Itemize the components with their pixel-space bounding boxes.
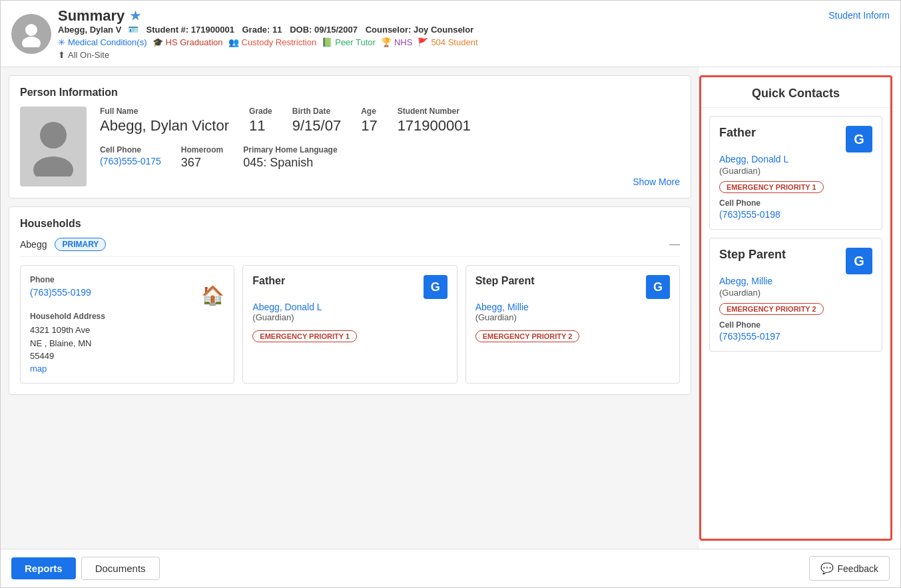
svg-point-0 xyxy=(25,24,37,36)
content-area: Person Information Full Name Abegg, Dyla… xyxy=(1,67,900,549)
birth-date-label: Birth Date xyxy=(292,107,341,116)
qc-stepparent-avatar: G xyxy=(846,248,872,274)
primary-language-value: 045: Spanish xyxy=(243,156,337,170)
stepparent-guardian: (Guardian) xyxy=(475,312,670,322)
svg-point-3 xyxy=(33,156,73,176)
badge-peer[interactable]: 📗 Peer Tutor xyxy=(322,37,376,47)
badge-nhs[interactable]: 🏆 NHS xyxy=(381,37,412,47)
full-name-field: Full Name Abegg, Dylan Victor xyxy=(100,107,229,135)
address-label: Household Address xyxy=(30,312,224,321)
svg-point-2 xyxy=(40,122,67,148)
documents-button[interactable]: Documents xyxy=(81,557,160,580)
qc-father-role: Father xyxy=(719,126,756,140)
student-number-field: Student Number 171900001 xyxy=(398,107,471,135)
qc-stepparent-phone-label: Cell Phone xyxy=(719,320,872,330)
qc-stepparent-priority: EMERGENCY PRIORITY 2 xyxy=(719,303,824,315)
student-name[interactable]: Abegg, Dylan V xyxy=(58,25,121,35)
primary-language-label: Primary Home Language xyxy=(243,145,337,154)
badge-onsite-label: All On-Site xyxy=(68,50,109,60)
qc-father-priority: EMERGENCY PRIORITY 1 xyxy=(719,181,824,193)
stepparent-priority-badge: EMERGENCY PRIORITY 2 xyxy=(475,330,580,342)
qc-stepparent-header: Step Parent G xyxy=(719,248,872,274)
homeroom-label: Homeroom xyxy=(181,145,223,154)
father-name[interactable]: Abegg, Donald L xyxy=(252,302,447,312)
primary-language-field: Primary Home Language 045: Spanish xyxy=(243,145,337,170)
qc-stepparent-card: Step Parent G Abegg, Millie (Guardian) E… xyxy=(709,238,882,352)
person-info-content: Full Name Abegg, Dylan Victor Grade 11 B… xyxy=(20,107,680,187)
homeroom-field: Homeroom 367 xyxy=(181,145,223,170)
stepparent-role: Step Parent xyxy=(475,275,535,287)
qc-father-name[interactable]: Abegg, Donald L xyxy=(719,154,872,164)
households-title: Households xyxy=(20,218,680,230)
badge-504[interactable]: 🚩 504 Student xyxy=(418,37,477,47)
student-number-label-pi: Student Number xyxy=(398,107,471,116)
footer: Reports Documents 💬 Feedback xyxy=(1,549,900,587)
person-information-section: Person Information Full Name Abegg, Dyla… xyxy=(9,75,691,198)
quick-contacts-title: Quick Contacts xyxy=(701,77,890,108)
birth-date-field: Birth Date 9/15/07 xyxy=(292,107,341,135)
grade-label: Grade: xyxy=(242,25,270,35)
household-stepparent-card: Step Parent G Abegg, Millie (Guardian) E… xyxy=(465,265,680,384)
cell-phone-field: Cell Phone (763)555-0175 xyxy=(100,145,161,170)
badge-medical-label: Medical Condition(s) xyxy=(68,37,147,47)
father-card-header: Father G xyxy=(252,275,447,299)
qc-stepparent-phone[interactable]: (763)555-0197 xyxy=(719,331,872,342)
person-information-title: Person Information xyxy=(20,87,680,99)
map-link[interactable]: map xyxy=(30,364,47,374)
address-line2: NE , Blaine, MN xyxy=(30,338,91,348)
show-more-container: Show More xyxy=(100,176,680,187)
star-icon[interactable]: ★ xyxy=(130,9,141,23)
badge-peer-label: Peer Tutor xyxy=(335,37,376,47)
qc-stepparent-name[interactable]: Abegg, Millie xyxy=(719,276,872,286)
person-details: Full Name Abegg, Dylan Victor Grade 11 B… xyxy=(100,107,680,187)
grade-field: Grade 11 xyxy=(249,107,272,135)
badge-graduation[interactable]: 🎓 HS Graduation xyxy=(152,37,223,47)
person-avatar xyxy=(20,107,87,186)
dob-label: DOB: xyxy=(290,25,312,35)
feedback-icon: 💬 xyxy=(820,562,834,575)
qc-father-guardian: (Guardian) xyxy=(719,166,872,176)
feedback-button[interactable]: 💬 Feedback xyxy=(809,556,890,581)
qc-father-header: Father G xyxy=(719,126,872,152)
badge-custody-label: Custody Restriction xyxy=(242,37,317,47)
student-number-label: Student #: xyxy=(147,25,189,35)
badge-custody[interactable]: 👥 Custody Restriction xyxy=(228,37,317,47)
address-line3: 55449 xyxy=(30,351,54,361)
qc-father-avatar: G xyxy=(846,126,872,152)
student-details-row: Abegg, Dylan V 🪪 Student #: 171900001 Gr… xyxy=(58,25,890,35)
household-tab[interactable]: Abegg xyxy=(20,239,47,250)
birth-date-value: 9/15/07 xyxy=(292,117,341,135)
stepparent-card-header: Step Parent G xyxy=(475,275,670,299)
qc-father-phone[interactable]: (763)555-0198 xyxy=(719,209,872,220)
cell-phone-value[interactable]: (763)555-0175 xyxy=(100,156,161,166)
counselor-label: Counselor: xyxy=(366,25,412,35)
badges-row2: ⬆ All On-Site xyxy=(58,50,890,60)
stepparent-avatar: G xyxy=(646,275,670,299)
summary-title: Summary xyxy=(58,7,125,25)
header: Summary ★ Abegg, Dylan V 🪪 Student #: 17… xyxy=(1,1,900,67)
student-inform-link[interactable]: Student Inform xyxy=(828,10,890,21)
household-primary-badge: PRIMARY xyxy=(55,238,106,251)
household-tab-row: Abegg PRIMARY — xyxy=(20,238,680,257)
show-more-link[interactable]: Show More xyxy=(633,176,680,187)
graduation-icon: 🎓 xyxy=(152,37,163,47)
qc-stepparent-guardian: (Guardian) xyxy=(719,288,872,298)
stepparent-name[interactable]: Abegg, Millie xyxy=(475,302,670,312)
dob-value: 09/15/2007 xyxy=(314,25,358,35)
household-phone-value[interactable]: (763)555-0199 xyxy=(30,287,91,298)
home-icon: 🏠 xyxy=(201,284,224,306)
reports-button[interactable]: Reports xyxy=(11,557,76,579)
student-number-value-pi: 171900001 xyxy=(398,117,471,135)
household-cards: Phone (763)555-0199 🏠 Household Address … xyxy=(20,265,680,384)
badge-onsite[interactable]: ⬆ All On-Site xyxy=(58,50,109,60)
address-line1: 4321 109th Ave xyxy=(30,325,90,335)
page-title: Summary ★ xyxy=(58,7,890,25)
grade-label-pi: Grade xyxy=(249,107,272,116)
student-avatar xyxy=(11,14,51,54)
left-panel: Person Information Full Name Abegg, Dyla… xyxy=(1,67,699,549)
household-collapse-button[interactable]: — xyxy=(669,238,680,250)
feedback-label: Feedback xyxy=(838,563,878,574)
custody-icon: 👥 xyxy=(228,37,239,47)
peer-icon: 📗 xyxy=(322,37,332,47)
badge-medical[interactable]: ✳ Medical Condition(s) xyxy=(58,37,147,47)
